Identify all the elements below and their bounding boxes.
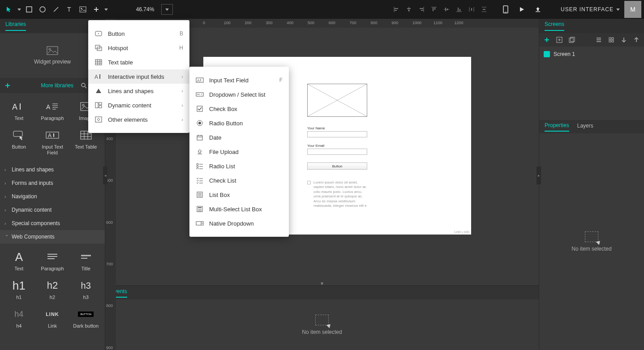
rectangle-tool[interactable]: [22, 3, 36, 16]
native-dropdown-icon: [196, 220, 204, 226]
project-name: USER INTERFACE: [561, 6, 614, 13]
submenu-multi-select-list-box[interactable]: Multi-Select List Box: [189, 202, 289, 216]
tab-libraries[interactable]: Libraries: [5, 21, 26, 31]
line-tool[interactable]: [49, 3, 63, 16]
add-tool[interactable]: [90, 3, 103, 16]
menu-item-other-elements[interactable]: Other elements ›: [88, 112, 189, 127]
user-avatar[interactable]: M: [624, 1, 641, 18]
zoom-dropdown[interactable]: [161, 4, 173, 15]
share-upload-icon[interactable]: [531, 3, 545, 16]
widget-button[interactable]: Button: [3, 126, 35, 158]
category-lines-and-shapes[interactable]: ›Lines and shapes: [0, 163, 105, 176]
distribute-v-icon[interactable]: [478, 4, 490, 15]
distribute-h-icon[interactable]: [466, 4, 477, 15]
submenu-input-text-field[interactable]: A Input Text Field F: [189, 73, 289, 87]
category-navigation[interactable]: ›Navigation: [0, 190, 105, 203]
grid-view-screens-icon[interactable]: [606, 35, 616, 45]
duplicate-screen-icon[interactable]: [567, 35, 577, 45]
widget-input-text-field[interactable]: A Input Text Field: [36, 126, 69, 158]
list-view-screens-icon[interactable]: [594, 35, 604, 45]
svg-rect-12: [407, 8, 411, 9]
wc-h3[interactable]: h3h3: [69, 277, 102, 303]
svg-point-105: [198, 122, 201, 124]
canvas-input-name[interactable]: [307, 131, 367, 137]
add-dropdown[interactable]: [103, 3, 109, 16]
svg-line-40: [85, 86, 86, 88]
canvas-lorem-text[interactable]: Lorem ipsum dolor sit amet, sapien etiam…: [313, 180, 367, 208]
text-tool[interactable]: T: [63, 3, 76, 16]
submenu-date[interactable]: Date: [189, 130, 289, 145]
image-tool[interactable]: [76, 3, 90, 16]
add-library-button[interactable]: [3, 81, 13, 90]
align-left-icon[interactable]: [391, 4, 402, 15]
canvas-checkbox[interactable]: [307, 181, 311, 184]
submenu-check-box[interactable]: Check Box: [189, 102, 289, 116]
wc-h2[interactable]: h2h2: [36, 277, 69, 303]
wc-h4[interactable]: h4h4: [3, 305, 35, 332]
tab-properties[interactable]: Properties: [545, 122, 569, 132]
submenu-dropdown-select[interactable]: Dropdown / Select list: [189, 87, 289, 102]
check-list-icon: [196, 177, 204, 184]
pointer-tool[interactable]: [3, 3, 16, 16]
canvas-image-placeholder[interactable]: [307, 84, 367, 117]
search-libraries-icon[interactable]: [79, 81, 89, 90]
submenu-radio-list[interactable]: Radio List: [189, 159, 289, 173]
zoom-input[interactable]: [132, 4, 159, 15]
canvas-label-email[interactable]: Your Email: [307, 144, 324, 148]
canvas-input-email[interactable]: [307, 149, 367, 155]
submenu-check-list[interactable]: Check List: [189, 173, 289, 188]
screen-item-1[interactable]: Screen 1: [543, 49, 640, 59]
sort-down-icon[interactable]: [619, 35, 629, 45]
category-list: ›Lines and shapes ›Forms and inputs ›Nav…: [0, 163, 105, 243]
wc-paragraph[interactable]: Paragraph: [36, 248, 69, 275]
web-components-grid: AText Paragraph Title h1h1 h2h2 h3h3 h4h…: [0, 243, 105, 337]
tab-screens[interactable]: Screens: [545, 21, 564, 31]
submenu-file-upload[interactable]: File Upload: [189, 145, 289, 159]
wc-h1[interactable]: h1h1: [3, 277, 35, 303]
events-collapse-handle[interactable]: ▼: [320, 281, 324, 286]
canvas-button[interactable]: Button: [307, 162, 367, 170]
more-libraries-link[interactable]: More libraries: [41, 82, 73, 89]
menu-item-lines-and-shapes[interactable]: Lines and shapes ›: [88, 84, 189, 98]
menu-item-hotspot[interactable]: Hotspot H: [88, 41, 189, 55]
menu-item-button[interactable]: Button B: [88, 26, 189, 41]
sort-up-icon[interactable]: [631, 35, 641, 45]
menu-item-interactive-input-fields[interactable]: A Interactive input fields ›: [88, 69, 189, 84]
canvas-label-name[interactable]: Your Name: [307, 126, 325, 130]
align-center-v-icon[interactable]: [441, 4, 452, 15]
submenu-list-box[interactable]: List Box: [189, 188, 289, 202]
category-special-components[interactable]: ›Special components: [0, 217, 105, 230]
category-web-components[interactable]: ›Web Components: [0, 230, 105, 243]
submenu-native-dropdown[interactable]: Native Dropdown: [189, 216, 289, 230]
svg-text:T: T: [67, 6, 71, 13]
wc-link[interactable]: LINKLink: [36, 305, 69, 332]
dropdown-icon: [196, 91, 204, 98]
add-template-icon[interactable]: [554, 35, 564, 45]
zoom-control: [132, 4, 173, 15]
pointer-dropdown[interactable]: [16, 3, 22, 16]
widget-text[interactable]: A Text: [3, 98, 35, 124]
device-preview-icon[interactable]: [499, 3, 512, 16]
category-dynamic-content[interactable]: ›Dynamic content: [0, 203, 105, 217]
play-preview-icon[interactable]: [515, 3, 528, 16]
ellipse-tool[interactable]: [36, 3, 49, 16]
svg-point-1: [40, 7, 45, 12]
tab-layers[interactable]: Layers: [577, 123, 593, 131]
svg-rect-53: [13, 131, 22, 137]
wc-dark-button[interactable]: BUTTONDark button: [69, 305, 102, 332]
align-right-icon[interactable]: [416, 4, 427, 15]
align-bottom-icon[interactable]: [453, 4, 465, 15]
calendar-icon: [196, 134, 204, 141]
project-dropdown[interactable]: USER INTERFACE: [561, 6, 620, 13]
widget-paragraph[interactable]: A Paragraph: [36, 98, 69, 124]
align-center-h-icon[interactable]: [403, 4, 415, 15]
svg-point-52: [82, 104, 84, 106]
menu-item-text-table[interactable]: Text table: [88, 55, 189, 69]
menu-item-dynamic-content[interactable]: Dynamic content ›: [88, 98, 189, 112]
align-top-icon[interactable]: [428, 4, 440, 15]
submenu-radio-button[interactable]: Radio Button: [189, 116, 289, 130]
add-screen-button[interactable]: [542, 35, 552, 45]
wc-text[interactable]: AText: [3, 248, 35, 275]
wc-title[interactable]: Title: [69, 248, 102, 275]
category-forms-and-inputs[interactable]: ›Forms and inputs: [0, 176, 105, 190]
